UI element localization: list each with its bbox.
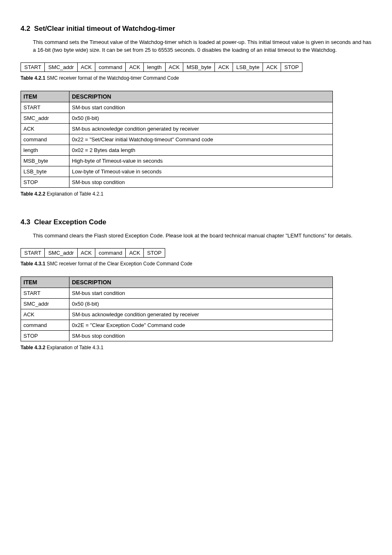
cell-item: START bbox=[21, 102, 69, 113]
seq-cell: SMC_addr bbox=[45, 248, 77, 257]
caption-table-422: Table 4.2.2 Explanation of Table 4.2.1 bbox=[21, 191, 371, 197]
cell-item: STOP bbox=[21, 177, 69, 187]
col-header-item: ITEM bbox=[21, 91, 69, 102]
table-row: STARTSM-bus start condition bbox=[21, 288, 333, 298]
table-432-description: ITEM DESCRIPTION STARTSM-bus start condi… bbox=[21, 276, 333, 341]
section-title: Clear Exception Code bbox=[34, 218, 106, 226]
table-row: ACKSM-bus acknowledge condition generate… bbox=[21, 309, 333, 320]
table-422-description: ITEM DESCRIPTION STARTSM-bus start condi… bbox=[21, 91, 333, 188]
seq-cell: STOP bbox=[281, 62, 302, 71]
caption-label: Table 4.2.2 bbox=[21, 191, 45, 197]
cell-desc: High-byte of Timeout-value in seconds bbox=[69, 155, 333, 166]
caption-text: Explanation of Table 4.2.1 bbox=[47, 191, 104, 197]
seq-cell: ACK bbox=[77, 62, 95, 71]
table-row: SMC_addr0x50 (8-bit) bbox=[21, 298, 333, 309]
caption-text: SMC receiver format of the Clear Excepti… bbox=[47, 261, 192, 267]
section-heading-43: 4.3 Clear Exception Code bbox=[21, 218, 371, 226]
seq-cell: STOP bbox=[144, 248, 165, 257]
section-43-body: This command clears the Flash stored Exc… bbox=[33, 232, 371, 240]
seq-cell: ACK bbox=[165, 62, 183, 71]
caption-table-432: Table 4.3.2 Explanation of Table 4.3.1 bbox=[21, 345, 371, 350]
section-42-body: This command sets the Timeout value of t… bbox=[33, 39, 371, 54]
cell-desc: 0x02 = 2 Bytes data length bbox=[69, 145, 333, 155]
section-title: Set/Clear initial timeout of Watchdog-ti… bbox=[34, 25, 175, 32]
table-row: START SMC_addr ACK command ACK STOP bbox=[21, 248, 165, 257]
cell-item: command bbox=[21, 134, 69, 145]
cell-desc: SM-bus acknowledge condition generated b… bbox=[69, 309, 333, 320]
caption-text: SMC receiver format of the Watchdog-time… bbox=[47, 75, 179, 81]
cell-desc: 0x50 (8-bit) bbox=[69, 113, 333, 123]
seq-cell: ACK bbox=[77, 248, 95, 257]
seq-cell: START bbox=[21, 62, 45, 71]
cell-desc: SM-bus stop condition bbox=[69, 177, 333, 187]
table-row: STARTSM-bus start condition bbox=[21, 102, 333, 113]
col-header-item: ITEM bbox=[21, 276, 69, 288]
table-row: MSB_byteHigh-byte of Timeout-value in se… bbox=[21, 155, 333, 166]
cell-item: STOP bbox=[21, 330, 69, 341]
cell-desc: 0x22 = "Set/Clear initial Watchdog-timeo… bbox=[69, 134, 333, 145]
col-header-description: DESCRIPTION bbox=[69, 91, 333, 102]
cell-item: length bbox=[21, 145, 69, 155]
caption-table-431: Table 4.3.1 SMC receiver format of the C… bbox=[21, 261, 371, 267]
table-421-sequence: START SMC_addr ACK command ACK length AC… bbox=[21, 62, 302, 72]
section-number: 4.3 bbox=[21, 218, 30, 226]
seq-cell: command bbox=[95, 248, 126, 257]
table-row: LSB_byteLow-byte of Timeout-value in sec… bbox=[21, 166, 333, 177]
table-row: length0x02 = 2 Bytes data length bbox=[21, 145, 333, 155]
cell-desc: 0x50 (8-bit) bbox=[69, 298, 333, 309]
table-row: STOPSM-bus stop condition bbox=[21, 330, 333, 341]
caption-label: Table 4.3.2 bbox=[21, 345, 45, 350]
table-row: START SMC_addr ACK command ACK length AC… bbox=[21, 62, 302, 71]
seq-cell: ACK bbox=[126, 62, 144, 71]
cell-desc: SM-bus start condition bbox=[69, 102, 333, 113]
seq-cell: MSB_byte bbox=[183, 62, 215, 71]
caption-text: Explanation of Table 4.3.1 bbox=[47, 345, 104, 350]
cell-item: ACK bbox=[21, 309, 69, 320]
seq-cell: SMC_addr bbox=[45, 62, 77, 71]
table-row: STOPSM-bus stop condition bbox=[21, 177, 333, 187]
table-row: command0x2E = "Clear Exception Code" Com… bbox=[21, 320, 333, 330]
seq-cell: ACK bbox=[126, 248, 144, 257]
section-number: 4.2 bbox=[21, 25, 30, 32]
cell-item: ACK bbox=[21, 123, 69, 134]
table-row: ACKSM-bus acknowledge condition generate… bbox=[21, 123, 333, 134]
seq-cell: ACK bbox=[215, 62, 233, 71]
seq-cell: LSB_byte bbox=[233, 62, 263, 71]
table-row: SMC_addr0x50 (8-bit) bbox=[21, 113, 333, 123]
cell-desc: SM-bus start condition bbox=[69, 288, 333, 298]
seq-cell: length bbox=[144, 62, 165, 71]
section-heading-42: 4.2 Set/Clear initial timeout of Watchdo… bbox=[21, 25, 371, 33]
cell-desc: SM-bus stop condition bbox=[69, 330, 333, 341]
table-header-row: ITEM DESCRIPTION bbox=[21, 276, 333, 288]
seq-cell: START bbox=[21, 248, 45, 257]
caption-table-421: Table 4.2.1 SMC receiver format of the W… bbox=[21, 75, 371, 81]
cell-desc: SM-bus acknowledge condition generated b… bbox=[69, 123, 333, 134]
cell-item: SMC_addr bbox=[21, 298, 69, 309]
seq-cell: command bbox=[95, 62, 126, 71]
cell-item: MSB_byte bbox=[21, 155, 69, 166]
cell-item: LSB_byte bbox=[21, 166, 69, 177]
table-header-row: ITEM DESCRIPTION bbox=[21, 91, 333, 102]
cell-item: command bbox=[21, 320, 69, 330]
cell-desc: 0x2E = "Clear Exception Code" Command co… bbox=[69, 320, 333, 330]
cell-item: START bbox=[21, 288, 69, 298]
cell-desc: Low-byte of Timeout-value in seconds bbox=[69, 166, 333, 177]
cell-item: SMC_addr bbox=[21, 113, 69, 123]
caption-label: Table 4.3.1 bbox=[21, 261, 45, 267]
table-row: command0x22 = "Set/Clear initial Watchdo… bbox=[21, 134, 333, 145]
caption-label: Table 4.2.1 bbox=[21, 75, 45, 81]
seq-cell: ACK bbox=[263, 62, 281, 71]
table-431-sequence: START SMC_addr ACK command ACK STOP bbox=[21, 248, 165, 258]
col-header-description: DESCRIPTION bbox=[69, 276, 333, 288]
